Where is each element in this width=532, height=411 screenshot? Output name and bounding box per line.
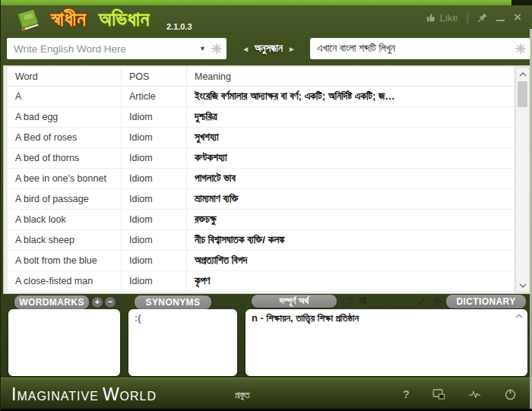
chevron-down-icon — [519, 283, 527, 288]
cell-word: A black sheep — [8, 230, 122, 250]
cell-word: A bed of thorns — [8, 148, 122, 168]
table-row[interactable]: A black lookIdiomরক্তচক্ষু — [8, 210, 514, 230]
cell-pos: Idiom — [122, 210, 187, 229]
bangla-font-toggle[interactable]: অ — [359, 294, 366, 308]
brand-logo: Imaginative World — [11, 384, 157, 405]
scroll-down-button[interactable] — [516, 280, 529, 291]
like-button[interactable]: Like — [426, 12, 458, 24]
bangla-search-input[interactable] — [310, 38, 514, 59]
dropdown-arrow-icon[interactable]: ▼ — [195, 45, 210, 52]
table-row[interactable]: A bird of passageIdiomভ্রাম্যমাণ ব্যক্তি — [8, 189, 514, 210]
english-search-input[interactable] — [7, 38, 195, 59]
cell-pos: Idiom — [122, 169, 187, 188]
titlebar-separator: | — [466, 11, 469, 24]
like-label: Like — [440, 12, 458, 24]
thumbs-up-icon — [426, 12, 436, 23]
top-accent-strip — [1, 0, 532, 5]
clear-asterisk-icon[interactable] — [211, 43, 222, 54]
search-prev-arrow-icon[interactable]: ◄ — [242, 45, 249, 53]
cell-pos: Idiom — [122, 271, 187, 291]
remove-wordmark-button[interactable]: − — [105, 297, 116, 308]
search-bar: ▼ ◄ অনুসন্ধান ► — [1, 38, 532, 61]
synonyms-panel[interactable]: :( — [128, 309, 237, 376]
column-header-pos[interactable]: POS — [122, 67, 187, 86]
table-row[interactable]: A bad eggIdiomদুশ্চরিত্র — [8, 107, 514, 128]
pencil-icon[interactable] — [415, 296, 427, 308]
minimize-button[interactable] — [496, 12, 505, 23]
book-logo-icon — [11, 8, 46, 34]
add-wordmark-button[interactable]: + — [92, 297, 103, 308]
titlebar: স্বাধীন অভিধান 2.1.0.3 Like | × — [1, 5, 532, 36]
cell-pos: Idiom — [122, 251, 187, 270]
window-mode-icon[interactable] — [432, 388, 445, 400]
tab-full-meaning[interactable]: সম্পূর্ণ অর্থ — [252, 295, 337, 308]
cell-meaning: দুশ্চরিত্র — [187, 107, 514, 127]
search-button[interactable]: ◄ অনুসন্ধান ► — [230, 38, 308, 59]
cell-meaning: রক্তচক্ষু — [187, 210, 514, 229]
search-next-arrow-icon[interactable]: ► — [288, 45, 296, 53]
table-grid: Word POS Meaning AArticleইংরেজি বর্ণমালা… — [8, 67, 514, 292]
cell-word: A black look — [8, 210, 122, 229]
column-header-meaning[interactable]: Meaning — [187, 67, 514, 86]
top-strip-corner — [511, 0, 532, 5]
cell-word: A bee in one's bonnet — [8, 169, 122, 188]
table-row[interactable]: AArticleইংরেজি বর্ণমালার আদ্যাক্ষর বা বর… — [8, 87, 514, 107]
word-table: Word POS Meaning AArticleইংরেজি বর্ণমালা… — [3, 65, 530, 294]
table-header-row: Word POS Meaning — [8, 67, 514, 87]
clear-asterisk-icon[interactable] — [515, 43, 526, 54]
edit-note-icon[interactable] — [342, 296, 354, 308]
chevron-up-icon[interactable] — [515, 314, 523, 318]
tab-synonyms[interactable]: SYNONYMS — [135, 296, 211, 309]
full-meaning-panel[interactable]: n - শিক্ষায়ন, তাত্ত্বিয় শিক্ষা প্রতিষ্… — [245, 309, 527, 376]
pin-icon[interactable] — [477, 12, 488, 23]
app-title: স্বাধীন অভিধান — [51, 8, 150, 31]
cell-meaning: নীচ বিশ্বাসঘাতক ব্যক্তি/ কলঙ্ক — [187, 230, 514, 250]
table-body: AArticleইংরেজি বর্ণমালার আদ্যাক্ষর বা বর… — [8, 87, 514, 292]
table-row[interactable]: A bee in one's bonnetIdiomপাগলাটে ভাব — [8, 169, 514, 189]
bangla-search-field — [310, 38, 530, 59]
search-button-label: অনুসন্ধান — [255, 43, 283, 55]
wordmarks-panel[interactable] — [8, 309, 120, 376]
cell-pos: Idiom — [122, 189, 187, 209]
table-row[interactable]: A bed of thornsIdiomকণ্টকশয্যা — [8, 148, 514, 169]
cell-meaning: কৃপণ — [187, 271, 514, 291]
table-row[interactable]: A bolt from the blueIdiomঅপ্রত্যাশিত বিপ… — [8, 251, 514, 271]
cell-word: A bird of passage — [8, 189, 122, 209]
window-controls: Like | × — [426, 11, 521, 24]
brand-word2: World — [103, 384, 157, 405]
chevron-up-icon — [519, 72, 527, 77]
help-button[interactable]: ? — [403, 387, 410, 400]
cell-word: A Bed of roses — [8, 128, 122, 147]
tab-wordmarks[interactable]: WORDMARKS — [14, 296, 89, 309]
app-title-word1: স্বাধীন — [51, 8, 87, 30]
status-text: প্রস্তুত — [235, 390, 250, 401]
scroll-up-button[interactable] — [516, 68, 529, 80]
cell-meaning: সুখশয্যা — [187, 128, 514, 147]
synonyms-content: ( — [138, 312, 141, 324]
power-icon[interactable] — [504, 388, 517, 400]
table-row[interactable]: A Bed of rosesIdiomসুখশয্যা — [8, 128, 514, 148]
cell-meaning: ভ্রাম্যমাণ ব্যক্তি — [187, 189, 514, 209]
app-title-word2: অভিধান — [99, 8, 150, 30]
cell-pos: Idiom — [122, 107, 187, 127]
english-search-field: ▼ — [7, 38, 226, 59]
cell-word: A bad egg — [8, 107, 122, 127]
version-label: 2.1.0.3 — [166, 22, 192, 31]
tab-dictionary[interactable]: DICTIONARY — [446, 295, 526, 308]
close-button[interactable]: × — [514, 12, 521, 23]
cell-meaning: পাগলাটে ভাব — [187, 169, 514, 188]
table-row[interactable]: A black sheepIdiomনীচ বিশ্বাসঘাতক ব্যক্ত… — [8, 230, 514, 251]
scrollbar-thumb[interactable] — [518, 81, 527, 107]
cell-pos: Idiom — [122, 128, 187, 147]
cell-word: A — [8, 87, 122, 106]
cell-word: A close-fisted man — [8, 271, 122, 291]
cell-meaning: অপ্রত্যাশিত বিপদ — [187, 251, 514, 270]
vertical-scrollbar[interactable] — [515, 67, 530, 292]
activity-pulse-icon[interactable] — [468, 388, 481, 400]
cell-pos: Article — [122, 87, 187, 106]
status-bar: Imaginative World প্রস্তুত ? — [1, 378, 532, 409]
table-row[interactable]: A close-fisted manIdiomকৃপণ — [8, 271, 514, 292]
cell-meaning: কণ্টকশয্যা — [187, 148, 514, 168]
settings-asterisk-icon[interactable] — [432, 296, 442, 307]
column-header-word[interactable]: Word — [8, 67, 122, 86]
